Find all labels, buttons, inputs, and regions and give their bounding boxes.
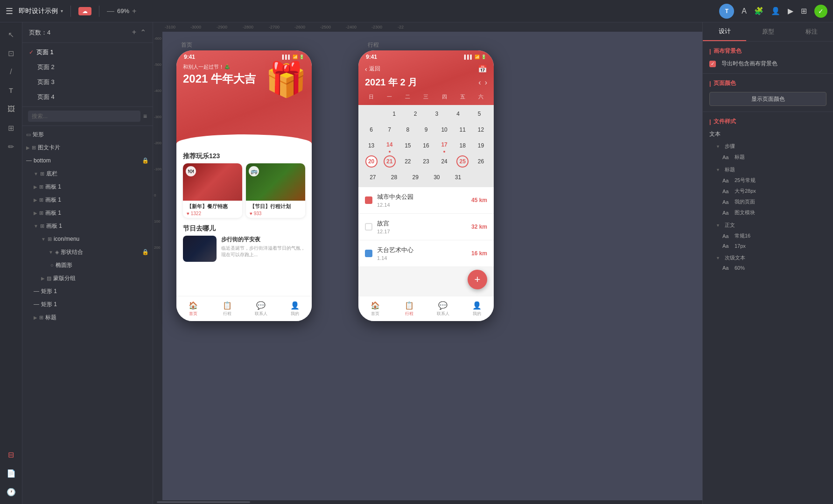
text-tool-icon[interactable]: T (3, 82, 20, 99)
cal-day-18[interactable]: 18 (454, 138, 472, 154)
checkbox-1[interactable] (365, 196, 372, 204)
body-expand[interactable]: ▼ 正文 (709, 220, 826, 231)
search-input[interactable] (28, 111, 140, 122)
layer-item-ellipse[interactable]: ○ 椭圆形 (22, 259, 153, 272)
layer-item-shape[interactable]: ▼ ◈ 形状结合 🔒 (22, 245, 153, 259)
prev-month-icon[interactable]: ‹ (478, 78, 481, 87)
show-color-button[interactable]: 显示页面颜色 (709, 92, 826, 106)
back-button[interactable]: ‹ 返回 (365, 65, 380, 73)
frame-tool-icon[interactable]: ⊡ (3, 45, 20, 62)
cal-day-27[interactable]: 27 (362, 169, 384, 185)
cal-day-5[interactable]: 5 (469, 106, 490, 122)
title-expand[interactable]: ▼ 标题 (709, 164, 826, 175)
cloud-icon[interactable]: ☁ (78, 7, 91, 15)
checkbox-2[interactable] (365, 223, 372, 231)
scrollbar-thumb[interactable] (157, 501, 250, 503)
layer-item-bottombar[interactable]: ▼ ⊞ 底栏 (22, 167, 153, 180)
cal-day-2[interactable]: 2 (405, 106, 426, 122)
itinerary-item-3[interactable]: 天台艺术中心 1.14 16 km (358, 240, 494, 267)
layers-icon[interactable]: ⊟ (3, 446, 20, 463)
card1[interactable]: 🍽 【新年】餐厅特惠 ♥ 1322 (183, 163, 242, 218)
component-tool-icon[interactable]: ⊞ (3, 119, 20, 136)
publish-button[interactable]: ✓ (814, 5, 827, 18)
layer-item-rect1[interactable]: — 矩形 1 (22, 285, 153, 298)
vector-tool-icon[interactable]: ✏ (3, 138, 20, 155)
cal-day-28[interactable]: 28 (384, 169, 405, 185)
cal-day-10[interactable]: 10 (435, 122, 454, 138)
cal-day-22[interactable]: 22 (399, 154, 417, 169)
nav-mine[interactable]: 👤 我的 (278, 296, 312, 321)
cal-day-16[interactable]: 16 (417, 138, 435, 154)
canvas-background[interactable]: 首页 行程 9:41 ▌▌▌ 📶 🔋 (162, 32, 702, 500)
itinerary-item-2[interactable]: 故宫 12.17 32 km (358, 214, 494, 240)
page-item-4[interactable]: 页面 4 (22, 90, 153, 105)
cal-day-13[interactable]: 13 (362, 138, 380, 154)
layer-item-iconmenu[interactable]: ▼ ⊞ icon/menu (22, 232, 153, 245)
page-item-2[interactable]: 页面 2 (22, 60, 153, 75)
tab-prototype[interactable]: 原型 (746, 22, 790, 41)
layer-item-rect2[interactable]: — 矩形 1 (22, 298, 153, 311)
cal-day-1[interactable]: 1 (384, 106, 405, 122)
history-icon[interactable]: 🕐 (3, 483, 20, 500)
project-title[interactable]: 即时设计示例 ▾ (19, 7, 63, 15)
cal-day-8[interactable]: 8 (399, 122, 417, 138)
layer-item-heading[interactable]: ▶ ⊞ 标题 (22, 311, 153, 324)
cal-day-17[interactable]: 17 (435, 138, 454, 154)
card2[interactable]: 🚌 【节日】行程计划 ♥ 933 (246, 163, 305, 218)
style-mypage-item[interactable]: Aa 我的页面 (709, 196, 826, 207)
style-title-item[interactable]: Aa 标题 (709, 152, 826, 162)
layer-item-board3[interactable]: ▶ ⊞ 画板 1 (22, 206, 153, 219)
cal-day-29[interactable]: 29 (405, 169, 426, 185)
layer-item-card[interactable]: ▶ ⊞ 图文卡片 (22, 141, 153, 154)
nav-itinerary[interactable]: 📋 行程 (210, 296, 245, 321)
layer-item-mask[interactable]: ▶ ▨ 蒙版分组 (22, 272, 153, 285)
layer-item-rect[interactable]: ▭ 矩形 (22, 128, 153, 141)
layer-item-board1[interactable]: ▶ ⊞ 画板 1 (22, 180, 153, 193)
style-60pct-item[interactable]: Aa 60% (709, 263, 826, 273)
cal-nav-home[interactable]: 🏠 首页 (358, 296, 392, 321)
list-view-icon[interactable]: ≡ (143, 112, 147, 120)
export-checkbox[interactable]: ✓ (709, 61, 716, 67)
cal-day-3[interactable]: 3 (426, 106, 448, 122)
cal-day-12[interactable]: 12 (472, 122, 490, 138)
cal-day-31[interactable]: 31 (448, 169, 469, 185)
tab-annotation[interactable]: 标注 (790, 22, 833, 41)
assets-icon[interactable]: 📄 (3, 465, 20, 482)
cal-day-15[interactable]: 15 (399, 138, 417, 154)
secondary-expand[interactable]: ▼ 次级文本 (709, 252, 826, 263)
style-17px-item[interactable]: Aa 17px (709, 241, 826, 251)
menu-icon[interactable]: ☰ (6, 6, 13, 16)
cal-day-21[interactable]: 21 (380, 154, 399, 169)
calendar-icon[interactable]: 📅 (478, 64, 487, 73)
zoom-plus[interactable]: + (132, 7, 136, 15)
page-item-1[interactable]: ✓ 页面 1 (22, 45, 153, 60)
user-avatar[interactable]: T (719, 4, 734, 19)
play-icon[interactable]: ▶ (788, 7, 793, 15)
nav-contacts[interactable]: 💬 联系人 (244, 296, 278, 321)
layer-item-bottom[interactable]: — bottom 🔒 (22, 154, 153, 167)
font-icon[interactable]: A (742, 7, 747, 15)
style-28px-item[interactable]: Aa 大号28px (709, 186, 826, 196)
cal-nav-contacts[interactable]: 💬 联系人 (426, 296, 460, 321)
page-item-3[interactable]: 页面 3 (22, 75, 153, 90)
add-page-icon[interactable]: + (132, 28, 136, 37)
cal-day-25[interactable]: 25 (454, 154, 472, 169)
checkbox-3[interactable] (365, 250, 372, 257)
cal-day-30[interactable]: 30 (426, 169, 448, 185)
users-icon[interactable]: 👤 (771, 7, 780, 15)
steps-expand[interactable]: ▼ 步骤 (709, 141, 826, 152)
next-month-icon[interactable]: › (485, 78, 487, 87)
cal-nav-itinerary[interactable]: 📋 行程 (392, 296, 427, 321)
cal-day-19[interactable]: 19 (472, 138, 490, 154)
list-card1[interactable]: 步行街的平安夜 临近圣诞节，步行街洋溢着节日的气氛，现在可以存跑上... (176, 236, 312, 262)
cal-day-4[interactable]: 4 (448, 106, 469, 122)
cal-day-6[interactable]: 6 (362, 122, 380, 138)
nav-home[interactable]: 🏠 首页 (176, 296, 210, 321)
cal-day-24[interactable]: 24 (435, 154, 454, 169)
cal-day-11[interactable]: 11 (454, 122, 472, 138)
cal-nav-mine[interactable]: 👤 我的 (460, 296, 494, 321)
style-25-item[interactable]: Aa 25号常规 (709, 175, 826, 186)
pen-tool-icon[interactable]: / (3, 63, 20, 80)
style-16-item[interactable]: Aa 常规16 (709, 231, 826, 241)
itinerary-item-1[interactable]: 城市中央公园 12.14 45 km (358, 187, 494, 214)
